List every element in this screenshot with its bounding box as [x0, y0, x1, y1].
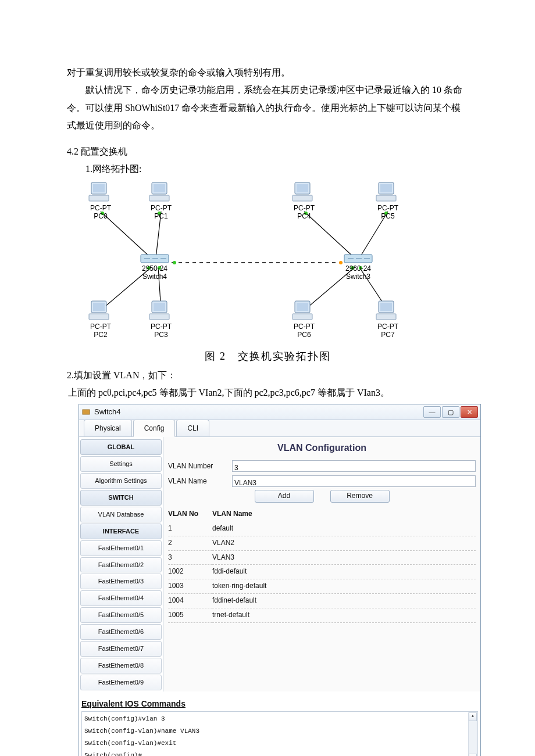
switch-right: 2960-24 Switch3	[341, 252, 376, 281]
table-row[interactable]: 1default	[168, 522, 476, 536]
vlan-table: VLAN No VLAN Name 1default2VLAN23VLAN310…	[168, 506, 476, 622]
tab-config[interactable]: Config	[133, 420, 176, 438]
pc-type: PC-PT	[377, 323, 398, 331]
vlan-no-cell: 1004	[168, 594, 212, 608]
vlan-no-cell: 1	[168, 522, 212, 536]
sidebar-item-interface[interactable]: FastEthernet0/2	[80, 557, 162, 573]
sidebar-item-interface[interactable]: FastEthernet0/1	[80, 540, 162, 556]
vlan-name-cell: VLAN3	[212, 550, 476, 565]
ios-console[interactable]: Switch(config)#vlan 3Switch(config-vlan)…	[81, 711, 478, 756]
remove-button[interactable]: Remove	[330, 490, 390, 503]
pc-type: PC-PT	[377, 204, 398, 212]
svg-rect-29	[89, 195, 109, 201]
svg-rect-31	[154, 184, 165, 192]
sidebar-item-interface[interactable]: FastEthernet0/6	[80, 624, 162, 640]
pc-name: PC2	[94, 331, 107, 339]
sidebar-item-interface[interactable]: FastEthernet0/4	[80, 590, 162, 606]
svg-rect-48	[93, 303, 105, 311]
table-row[interactable]: 1004fddinet-default	[168, 594, 476, 608]
pc-icon	[88, 181, 113, 205]
tab-physical[interactable]: Physical	[84, 420, 132, 437]
vlan-no-cell: 1002	[168, 565, 212, 579]
switch-name: Switch3	[346, 273, 370, 281]
config-sidebar: GLOBAL Settings Algorithm Settings SWITC…	[79, 437, 163, 691]
sidebar-item-vlan-database[interactable]: VLAN Database	[80, 507, 162, 522]
pc-icon	[291, 181, 317, 205]
item-2-desc: 上面的 pcθ,pci,pc4,pc5 等都属于 VIan2,下面的 pc2,p…	[68, 384, 468, 402]
scroll-down-icon[interactable]: ▾	[469, 754, 477, 756]
vlan-number-input[interactable]: 3	[232, 460, 476, 472]
minimize-button[interactable]: —	[423, 406, 441, 418]
vlan-name-input[interactable]: VLAN3	[232, 475, 476, 487]
pc-type: PC-PT	[90, 323, 111, 331]
vlan-name-cell: default	[212, 522, 476, 536]
pc-name: PC1	[154, 212, 167, 220]
svg-rect-55	[293, 314, 312, 320]
svg-rect-57	[380, 303, 392, 311]
svg-rect-52	[149, 314, 169, 320]
scroll-up-icon[interactable]: ▴	[469, 712, 477, 721]
table-row[interactable]: 1002fddi-default	[168, 565, 476, 579]
sidebar-item-interface[interactable]: FastEthernet0/5	[80, 607, 162, 623]
pc-icon	[375, 181, 401, 205]
sidebar-item-interface[interactable]: FastEthernet0/8	[80, 658, 162, 673]
tab-cli[interactable]: CLI	[176, 420, 209, 437]
svg-rect-35	[293, 195, 312, 201]
console-line: Switch(config)#	[84, 750, 475, 756]
svg-rect-49	[89, 314, 109, 320]
svg-rect-54	[297, 303, 308, 311]
pc0-node: PC-PT PC0	[86, 181, 115, 221]
sidebar-header-interface[interactable]: INTERFACE	[80, 524, 162, 539]
svg-rect-58	[376, 314, 396, 320]
sidebar-header-switch[interactable]: SWITCH	[80, 490, 162, 506]
table-row[interactable]: 1003token-ring-default	[168, 579, 476, 594]
pc-icon	[148, 300, 174, 323]
sidebar-item-interface[interactable]: FastEthernet0/7	[80, 641, 162, 657]
switch-icon	[140, 252, 170, 265]
pc-icon	[375, 300, 401, 323]
pc5-node: PC-PT PC5	[373, 181, 402, 221]
console-line: Switch(config-vlan)#exit	[84, 737, 475, 750]
topology-caption: 图 2 交换机实验拓扑图	[67, 346, 468, 366]
console-line: Switch(config-vlan)#name VLAN3	[84, 725, 475, 737]
close-button[interactable]: ✕	[461, 406, 478, 418]
vlan-name-cell: trnet-default	[212, 608, 476, 622]
sidebar-item-settings[interactable]: Settings	[80, 456, 162, 472]
pc-icon	[148, 181, 174, 205]
svg-rect-38	[376, 195, 396, 201]
app-icon	[81, 407, 91, 417]
scrollbar[interactable]: ▴ ▾	[468, 712, 477, 756]
item-1-title: 1.网络拓扑图:	[67, 160, 468, 178]
sidebar-item-interface[interactable]: FastEthernet0/3	[80, 574, 162, 589]
caption-label: 图 2	[205, 350, 227, 362]
table-row[interactable]: 3VLAN3	[168, 550, 476, 565]
switch-icon	[343, 252, 373, 265]
intro-p1: 对于重复调用较长或较复杂的命令或输入项特别有用。	[67, 64, 468, 81]
sidebar-item-algorithm[interactable]: Algorithm Settings	[80, 473, 162, 489]
tabs: Physical Config CLI	[79, 420, 480, 437]
maximize-button[interactable]: ▢	[442, 406, 459, 418]
svg-point-25	[173, 261, 176, 264]
table-row[interactable]: 1005trnet-default	[168, 608, 476, 622]
vlan-no-cell: 1005	[168, 608, 212, 622]
sidebar-item-interface[interactable]: FastEthernet0/9	[80, 675, 162, 690]
switch-type: 2960-24	[345, 264, 371, 273]
pc-name: PC4	[297, 212, 311, 220]
equivalent-ios-title: Equivalent IOS Commands	[81, 696, 480, 712]
switch4-window: Switch4 — ▢ ✕ Physical Config CLI GLOBAL…	[79, 404, 481, 756]
table-row[interactable]: 2VLAN2	[168, 536, 476, 550]
pc-type: PC-PT	[151, 204, 172, 212]
svg-rect-59	[83, 410, 90, 414]
pc-name: PC6	[297, 331, 311, 339]
item-2-title: 2.填加设置 VLAN，如下：	[67, 367, 468, 384]
topology-diagram: PC-PT PC0 PC-PT PC1 PC-PT PC4 PC-PT PC5 …	[70, 179, 465, 347]
svg-rect-28	[93, 184, 105, 192]
pc7-node: PC-PT PC7	[373, 300, 402, 339]
section-4-2-title: 4.2 配置交换机	[67, 143, 468, 160]
add-button[interactable]: Add	[255, 490, 314, 503]
vlan-no-cell: 1003	[168, 579, 212, 594]
vlan-name-cell: token-ring-default	[212, 579, 476, 594]
sidebar-header-global[interactable]: GLOBAL	[80, 439, 162, 455]
vlan-table-header-no: VLAN No	[168, 506, 212, 522]
pc-type: PC-PT	[90, 204, 111, 212]
